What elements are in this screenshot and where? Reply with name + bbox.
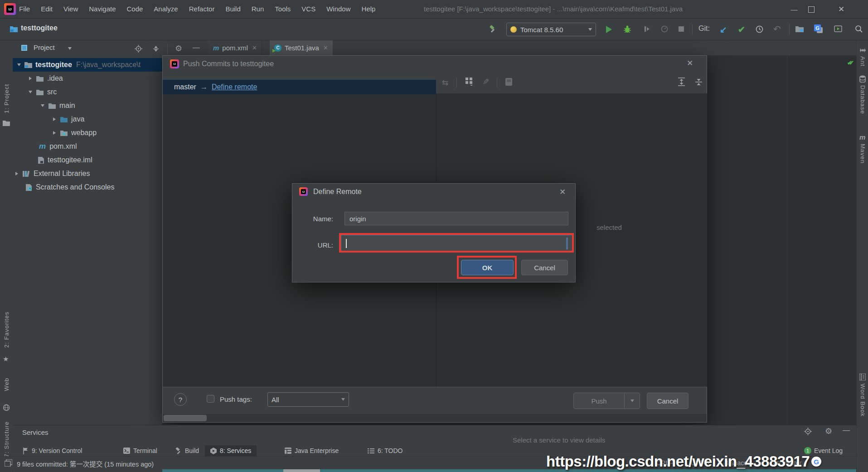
project-tool-icon[interactable]: [3, 120, 10, 126]
tab-terminal[interactable]: Terminal: [123, 445, 157, 456]
services-monitor-icon[interactable]: [834, 25, 842, 32]
expand-arrow-icon[interactable]: [17, 63, 21, 66]
collapse-arrow-icon[interactable]: [15, 172, 18, 175]
status-message[interactable]: 9 files committed: 第一次提交 (15 minutes ago…: [17, 459, 154, 468]
expand-all-icon[interactable]: [678, 78, 685, 86]
run-coverage-icon[interactable]: [643, 25, 650, 33]
remote-name-input[interactable]: origin: [344, 212, 568, 225]
menu-build[interactable]: Build: [220, 0, 246, 18]
hide-panel-icon[interactable]: —: [193, 44, 200, 52]
menu-code[interactable]: Code: [121, 0, 148, 18]
history-clock-icon[interactable]: [756, 25, 763, 33]
locate-file-icon[interactable]: [135, 45, 142, 53]
inspection-ok-icon[interactable]: ✔✔: [847, 59, 851, 66]
expand-arrow-icon[interactable]: [41, 104, 44, 107]
tree-row-java[interactable]: java: [13, 112, 162, 126]
tab-version-control[interactable]: 9: Version Control: [23, 445, 82, 456]
changed-files-folder-icon[interactable]: [795, 26, 804, 32]
tree-row-external-libraries[interactable]: External Libraries: [13, 167, 162, 180]
help-button[interactable]: ?: [174, 393, 187, 406]
menu-analyze[interactable]: Analyze: [148, 0, 183, 18]
services-hide-icon[interactable]: —: [843, 426, 850, 434]
remote-cancel-button[interactable]: Cancel: [521, 260, 568, 275]
define-remote-link[interactable]: Define remote: [212, 83, 257, 91]
push-button[interactable]: Push: [573, 393, 625, 409]
menu-navigate[interactable]: Navigate: [83, 0, 121, 18]
close-dialog-icon[interactable]: ✕: [687, 58, 693, 68]
dialog-hscrollbar[interactable]: [163, 414, 707, 422]
bottom-scroll-thumb[interactable]: [283, 469, 320, 472]
tree-row-main[interactable]: main: [13, 99, 162, 112]
project-chip[interactable]: testtogitee: [21, 24, 58, 32]
tree-row-webapp[interactable]: webapp: [13, 126, 162, 140]
git-update-icon[interactable]: ↙: [720, 24, 727, 35]
tags-combo[interactable]: All: [267, 392, 349, 407]
push-tags-checkbox[interactable]: [207, 395, 214, 403]
favorites-star-icon[interactable]: ★: [3, 355, 9, 363]
tool-stripe-project-tab[interactable]: 1: Project: [0, 84, 13, 113]
tree-row-iml[interactable]: testtogitee.iml: [13, 153, 162, 167]
menu-view[interactable]: View: [58, 0, 83, 18]
panel-settings-gear-icon[interactable]: ⚙: [175, 44, 182, 54]
menu-help[interactable]: Help: [356, 0, 381, 18]
minimize-button[interactable]: —: [783, 0, 805, 18]
toolwindow-switcher-icon[interactable]: [5, 459, 12, 467]
push-branch-row[interactable]: master → Define remote: [163, 79, 436, 94]
commit-layout-icon[interactable]: [466, 78, 473, 86]
menu-tools[interactable]: Tools: [269, 0, 296, 18]
tool-stripe-web-tab[interactable]: Web: [0, 378, 13, 391]
collapse-arrow-icon[interactable]: [29, 77, 32, 80]
close-dialog-icon[interactable]: ✕: [559, 187, 566, 197]
menu-edit[interactable]: Edit: [35, 0, 58, 18]
tree-row-testtogitee[interactable]: testtogitee F:\java_workspace\t: [13, 58, 162, 72]
close-tab-icon[interactable]: ✕: [252, 44, 257, 51]
maven-stripe-icon[interactable]: m: [859, 133, 865, 141]
collapse-arrow-icon[interactable]: [53, 117, 56, 121]
collapse-details-icon[interactable]: [695, 78, 703, 86]
tab-todo[interactable]: 6: TODO: [368, 445, 403, 456]
push-dropdown-button[interactable]: [624, 393, 640, 409]
tab-java-enterprise[interactable]: Java Enterprise: [285, 445, 339, 456]
stripe-tab-maven[interactable]: Maven: [857, 144, 868, 164]
tab-test01-java[interactable]: C Test01.java ✕: [270, 40, 333, 55]
search-everywhere-icon[interactable]: [855, 25, 863, 33]
stripe-tab-ant[interactable]: Ant: [857, 56, 868, 67]
translate-icon[interactable]: G: [814, 24, 823, 34]
menu-window[interactable]: Window: [321, 0, 356, 18]
ant-icon[interactable]: [859, 47, 866, 54]
menu-file[interactable]: File: [14, 0, 35, 18]
tool-stripe-structure-tab[interactable]: 7: Structure: [0, 421, 13, 457]
services-locate-icon[interactable]: [804, 428, 812, 435]
build-hammer-icon[interactable]: [489, 25, 497, 33]
close-tab-icon[interactable]: ✕: [323, 44, 328, 51]
maximize-button[interactable]: [808, 6, 815, 13]
tree-row-idea[interactable]: .idea: [13, 72, 162, 85]
tool-stripe-favorites-tab[interactable]: 2: Favorites: [0, 311, 13, 348]
debug-icon[interactable]: [624, 25, 631, 33]
run-config-combo[interactable]: Tomcat 8.5.60: [506, 23, 596, 36]
hscrollbar-thumb[interactable]: [164, 415, 207, 421]
tab-build[interactable]: Build: [175, 445, 199, 456]
collapse-all-icon[interactable]: [152, 45, 160, 53]
menu-run[interactable]: Run: [246, 0, 270, 18]
web-globe-icon[interactable]: [3, 404, 10, 411]
menu-refactor[interactable]: Refactor: [184, 0, 220, 18]
tree-row-scratches[interactable]: Scratches and Consoles: [13, 180, 162, 194]
collapse-arrow-icon[interactable]: [53, 131, 56, 135]
tab-pom-xml[interactable]: m pom.xml ✕: [209, 40, 262, 55]
tree-row-pom[interactable]: m pom.xml: [13, 140, 162, 153]
tab-services[interactable]: 8: Services: [205, 445, 257, 456]
menu-vcs[interactable]: VCS: [296, 0, 321, 18]
stripe-tab-wordbook[interactable]: Word Book: [857, 384, 868, 417]
push-cancel-button[interactable]: Cancel: [647, 393, 689, 409]
git-commit-icon[interactable]: ✔: [738, 24, 745, 35]
run-button[interactable]: [606, 26, 612, 33]
stripe-tab-database[interactable]: Database: [857, 85, 868, 114]
word-book-icon[interactable]: [859, 374, 866, 380]
project-view-selector[interactable]: Project: [34, 44, 55, 51]
expand-arrow-icon[interactable]: [29, 91, 32, 93]
tree-row-src[interactable]: src: [13, 85, 162, 99]
database-icon[interactable]: [859, 75, 866, 83]
close-window-button[interactable]: ✕: [830, 0, 852, 18]
services-gear-icon[interactable]: ⚙: [825, 426, 832, 436]
